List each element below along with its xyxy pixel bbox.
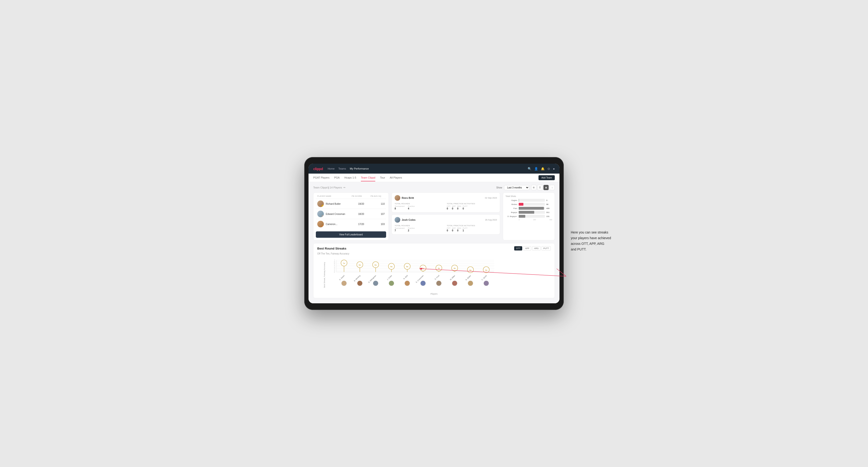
tournament-label-josh: Tournament (395, 227, 404, 229)
svg-text:6: 6 (334, 261, 335, 263)
app-value-rees: 0 (452, 207, 456, 210)
col-player-name: PLAYER NAME (317, 195, 352, 197)
bar-track (519, 203, 545, 206)
bar-label: Birdies (505, 203, 517, 206)
table-view-button[interactable]: ↕ (550, 185, 555, 190)
bar-track (519, 199, 545, 201)
bar-value: 96 (546, 203, 552, 206)
player-name-1: Richard Butler (326, 203, 341, 205)
bar-track (519, 215, 545, 218)
nav-link-myperformance[interactable]: My Performance (350, 166, 369, 171)
total-rounds-label: Total Rounds (395, 203, 445, 205)
svg-text:D. Ford: D. Ford (434, 275, 440, 280)
practice-activities-group: Total Practice Activities OTT 0 APP (447, 203, 497, 210)
axis-label-200: 200 (533, 219, 536, 220)
svg-point-62 (468, 281, 473, 286)
sub-nav-hcaps[interactable]: Hcaps 1-5 (344, 174, 356, 181)
card-stats-josh: Total Rounds Tournament 7 Practice (395, 224, 497, 232)
avatar-3: 3 (317, 221, 324, 227)
card-date-rees: 02 Sep 2023 (485, 197, 497, 199)
target-icon[interactable]: ⊙ (548, 167, 550, 170)
svg-text:M. Miller: M. Miller (450, 275, 456, 281)
putt-label: PUTT (463, 205, 467, 207)
filter-ott[interactable]: OTT (514, 246, 522, 250)
leaderboard-panel: PLAYER NAME PB SCORE PB AVG SQ 1 Richard… (313, 192, 389, 240)
pb-avg-3: 103 (371, 223, 385, 225)
svg-text:C. Quick: C. Quick (481, 275, 487, 281)
sub-nav-pga[interactable]: PGA (334, 174, 340, 181)
streaks-title: Best Round Streaks (317, 247, 346, 250)
show-controls: Show Last 3 months Last 6 months Last 12… (496, 185, 555, 190)
svg-point-52 (436, 281, 441, 286)
svg-text:2: 2 (334, 268, 335, 270)
pb-score-3: 17/20 (352, 223, 371, 225)
bar-row: D. Bogeys+131 (505, 215, 552, 218)
search-icon[interactable]: 🔍 (528, 167, 531, 170)
col-pb-score: PB SCORE (352, 195, 371, 197)
ott-label: OTT (447, 205, 451, 207)
axis-label-400: 400 (549, 219, 552, 220)
svg-point-22 (342, 281, 347, 286)
bar-label: Bogeys (505, 211, 517, 214)
sub-nav-tour[interactable]: Tour (380, 174, 385, 181)
nav-link-teams[interactable]: Teams (338, 166, 346, 171)
pb-avg-2: 107 (371, 213, 385, 215)
bar-fill (519, 203, 523, 206)
table-row: 3 Cameron... 17/20 103 (316, 219, 386, 229)
svg-text:R. Butler: R. Butler (465, 275, 471, 281)
svg-text:3x: 3x (485, 269, 487, 271)
filter-putt[interactable]: PUTT (541, 246, 551, 250)
view-full-leaderboard-button[interactable]: View Full Leaderboard (316, 231, 386, 238)
streaks-svg: 012345677xE. Ewert6xB. McHerg6xD. Billin… (331, 258, 551, 292)
table-row: 2 Edward Crossman 18/20 107 (316, 209, 386, 219)
view-icons: ⊞ ☰ ▦ ↕ (531, 185, 555, 190)
time-period-select[interactable]: Last 3 months Last 6 months Last 12 mont… (504, 185, 529, 190)
nav-link-home[interactable]: Home (328, 166, 335, 171)
nav-links: Home Teams My Performance (328, 166, 523, 171)
svg-point-67 (484, 281, 489, 286)
card-view-button[interactable]: ▦ (544, 185, 549, 190)
bar-fill (519, 207, 544, 210)
logo: clippd (313, 167, 323, 171)
sub-nav-pgat[interactable]: PGAT Players (313, 174, 330, 181)
player-name-3: Cameron... (326, 223, 337, 225)
y-axis-container: Best Streak, Fairway Accuracy (317, 258, 331, 292)
arg-label-josh: ARG (457, 227, 461, 229)
svg-text:R. Britt: R. Britt (403, 274, 408, 280)
practice-activities-label-josh: Total Practice Activities (447, 224, 497, 227)
app-label-josh: APP (452, 227, 456, 229)
list-view-button[interactable]: ☰ (537, 185, 542, 190)
putt-value-josh: 1 (463, 229, 467, 232)
person-icon[interactable]: 👤 (534, 167, 538, 170)
arg-value-rees: 0 (457, 207, 461, 210)
add-team-button[interactable]: Add Team (538, 175, 555, 180)
avatar-icon[interactable]: ● (553, 167, 555, 170)
putt-label-josh: PUTT (463, 227, 467, 229)
sub-nav-allplayers[interactable]: All Players (390, 174, 402, 181)
avatar-1: 1 (317, 200, 324, 207)
filter-arg[interactable]: ARG (532, 246, 540, 250)
streak-filters: OTT APP ARG PUTT (514, 246, 551, 250)
team-header: Team Clippd | 14 Players ✏ Show Last 3 m… (313, 185, 555, 190)
bar-value: 499 (546, 207, 552, 210)
streaks-subtitle: Off The Tee, Fairway Accuracy (317, 252, 551, 255)
sub-nav: PGAT Players PGA Hcaps 1-5 Team Clippd T… (309, 174, 559, 182)
sub-nav-teamclippd[interactable]: Team Clippd (361, 174, 375, 181)
grid-view-button[interactable]: ⊞ (531, 185, 536, 190)
card-name-rees: Rees Britt (402, 196, 414, 199)
tournament-value-josh: 7 (395, 229, 404, 232)
streaks-svg-element: 012345677xE. Ewert6xB. McHerg6xD. Billin… (331, 258, 497, 291)
svg-point-37 (389, 281, 394, 286)
svg-text:4x: 4x (438, 267, 440, 269)
edit-icon[interactable]: ✏ (343, 186, 346, 189)
filter-app[interactable]: APP (523, 246, 531, 250)
practice-activities-group-josh: Total Practice Activities OTT 0 APP (447, 224, 497, 232)
bell-icon[interactable]: 🔔 (541, 167, 545, 170)
main-content: Team Clippd | 14 Players ✏ Show Last 3 m… (309, 182, 559, 303)
total-rounds-group: Total Rounds Tournament 8 Practice (395, 203, 445, 210)
avatar-2: 2 (317, 211, 324, 217)
bar-fill (519, 211, 534, 214)
svg-text:0: 0 (334, 271, 335, 273)
svg-text:J. Coles: J. Coles (386, 275, 393, 281)
player-table-header: PLAYER NAME PB SCORE PB AVG SQ (316, 195, 386, 198)
